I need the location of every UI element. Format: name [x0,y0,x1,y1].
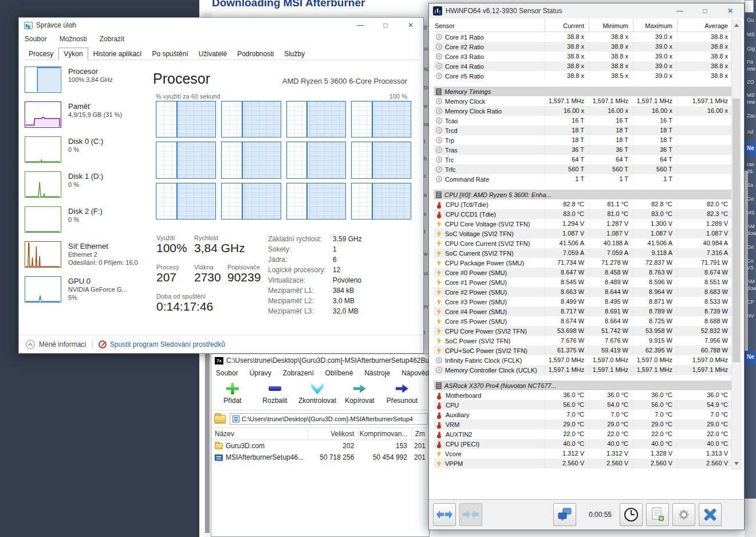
sensor-row[interactable]: SoC Power (SVI2 TFN) 7.676 W 7.676 W 9.9… [434,336,733,346]
task-manager-titlebar[interactable]: Správce úloh [19,18,423,33]
sensor-row[interactable]: VRM 29.0 °C 29.0 °C 29.0 °C 29.0 °C [434,420,733,429]
sensor-row[interactable]: Vcore 1.312 V 1.312 V 1.328 V 1.313 V [434,449,733,458]
toolbar-button[interactable]: Kopírovat [338,379,381,410]
folder-up-icon[interactable] [214,415,226,424]
sensor-row[interactable]: Tcas 16 T 16 T 16 T [434,116,733,126]
sensor-row[interactable]: SoC Current (SVI2 TFN) 7.059 A 7.059 A 9… [434,248,733,258]
sensor-row[interactable]: CPU Core Current (SVI2 TFN) 41.506 A 40.… [434,238,733,248]
close-button[interactable] [718,7,743,15]
menu-item[interactable]: Úpravy [250,369,271,377]
hwinfo-titlebar[interactable]: HWiNFO64 v6.12-3930 Sensor Status [429,3,744,18]
sensor-row[interactable]: CPU+SoC Power (SVI2 TFN) 61.375 W 59.419… [434,346,733,355]
sensor-row[interactable]: Memory Clock Ratio 16.00 x 16.00 x 16.00… [434,106,733,116]
address-input[interactable]: C:\Users\trune\Desktop\[Guru3D.com]-MSIA… [230,413,428,425]
sensor-row[interactable]: Infinity Fabric Clock (FCLK) 1,597.0 MHz… [434,355,733,365]
sensor-row[interactable] [434,375,733,381]
sidebar-item[interactable]: Disk 1 (D:) 0 % [25,171,149,199]
sensor-row[interactable]: Core #5 Ratio 38.8 x 38.5 x 39.0 x 38.8 … [434,71,733,81]
minimize-button[interactable] [348,21,373,29]
column-modified[interactable]: Zm [412,428,429,440]
sensor-row[interactable]: Core #2 Power (SMU) 8.663 W 8.644 W 8.96… [434,287,733,297]
scroll-down-icon[interactable] [734,462,739,465]
sidebar-item[interactable]: Procesor 100% 3,84 GHz [25,66,149,94]
sensor-row[interactable]: Tras 36 T 36 T 36 T [434,145,733,155]
sensor-row[interactable]: Core #4 Power (SMU) 8.717 W 8.691 W 8.78… [434,307,733,316]
exit-button[interactable] [699,503,722,526]
sensor-row[interactable]: AVCC 3.344 V 3.344 V 3.344 V 3.344 V [434,468,733,469]
tab[interactable]: Uživatelé [194,48,232,60]
sensor-row[interactable]: Core #4 Ratio 38.8 x 38.8 x 39.0 x 38.8 … [434,61,733,71]
tab[interactable]: Po spuštění [147,48,193,60]
sensor-row[interactable]: Core #2 Ratio 38.8 x 38.8 x 39.0 x 38.8 … [434,42,733,52]
sensor-row[interactable]: Memory Timings [434,87,733,96]
sensor-row[interactable]: CPU CCD1 (Tdie) 83.0 °C 81.0 °C 83.0 °C … [434,209,733,219]
sensor-row[interactable]: Command Rate 1 T 1 T 1 T [434,174,733,184]
sensor-row[interactable]: Core #5 Power (SMU) 8.674 W 8.664 W 8.72… [434,316,733,326]
sensor-row[interactable]: VPPM 2.560 V 2.560 V 2.560 V 2.560 V [434,458,733,468]
column-minimum[interactable]: Minimum [589,19,633,32]
menu-item[interactable]: Soubor [25,35,47,43]
sensor-row[interactable] [434,81,733,87]
tab[interactable]: Podrobnosti [232,48,279,60]
maximize-button[interactable] [373,21,398,29]
collapse-columns-button[interactable] [459,503,482,526]
close-button[interactable] [398,21,423,29]
file-list-header[interactable]: Název Velikost Komprimovan... Zm [211,428,429,440]
collapse-icon[interactable] [26,340,35,349]
sidebar-item[interactable]: Síť Ethernet Ethernet 2 Odesílání: 0 Pří… [25,241,149,269]
sensor-row[interactable]: CPU 56.0 °C 54.0 °C 56.0 °C 54.9 °C [434,400,733,410]
sensor-row[interactable]: Trcd 18 T 18 T 18 T [434,126,733,135]
column-name[interactable]: Název [211,428,308,440]
sidebar-item[interactable]: GPU 0 NVIDIA GeForce G... 5% [25,276,149,304]
sensor-row[interactable]: AUXTIN2 22.0 °C 22.0 °C 22.0 °C 22.0 °C [434,429,733,439]
scroll-up-icon[interactable] [734,23,739,27]
file-row[interactable]: Guru3D.com 202 153 201 [211,440,429,452]
menu-item[interactable]: Soubor [216,369,238,377]
sensor-row[interactable]: Core #3 Ratio 38.8 x 38.8 x 39.0 x 38.8 … [434,52,733,61]
column-size[interactable]: Velikost [308,428,358,440]
menu-item[interactable]: Nástroje [364,369,390,377]
toolbar-button[interactable]: Zkontrolovat [296,379,338,410]
sensor-row[interactable] [434,184,733,190]
remote-monitoring-button[interactable] [553,503,576,526]
less-info-toggle[interactable]: Méně informací [39,340,86,348]
tab[interactable]: Historie aplikací [88,48,147,60]
sensor-row[interactable]: Core #1 Power (SMU) 8.545 W 8.489 W 8.59… [434,277,733,287]
sensor-row[interactable]: Trfc 560 T 560 T 560 T [434,164,733,174]
expand-columns-button[interactable] [433,503,456,526]
sensor-row[interactable]: Auxiliary 7.0 °C 7.0 °C 7.0 °C 7.0 °C [434,410,733,420]
sensor-table-header[interactable]: Sensor Current Minimum Maximum Average [434,19,733,32]
sensor-row[interactable]: ASRock X370 Pro4 (Nuvoton NCT677... [434,381,733,390]
menu-item[interactable]: Zobrazení [283,369,314,377]
tab[interactable]: Služby [279,48,310,60]
sensor-row[interactable]: CPU [#0]: AMD Ryzen 5 3600: Enha... [434,190,733,199]
sensor-row[interactable]: Trc 64 T 64 T 64 T [434,155,733,164]
column-compressed[interactable]: Komprimovan... [359,428,412,440]
settings-button[interactable] [672,503,695,526]
sensor-row[interactable]: Core #0 Power (SMU) 8.647 W 8.458 W 8.76… [434,268,733,277]
sensor-row[interactable]: SoC Voltage (SVI2 TFN) 1.087 V 1.087 V 1… [434,229,733,238]
sensor-row[interactable]: CPU (Tctl/Tdie) 82.8 °C 81.1 °C 82.8 °C … [434,199,733,209]
toolbar-button[interactable]: Rozbalit [254,379,296,410]
column-current[interactable]: Current [545,19,589,32]
column-maximum[interactable]: Maximum [633,19,677,32]
seven-zip-titlebar[interactable]: 7z C:\Users\trune\Desktop\[Guru3D.com]-M… [211,354,429,367]
sensor-row[interactable]: Trp 18 T 18 T 18 T [434,135,733,145]
file-row[interactable]: MSIAfterburnerSetup46... 50 718 256 50 4… [211,452,429,463]
sensor-row[interactable]: Core #3 Power (SMU) 8.499 W 8.495 W 8.87… [434,297,733,307]
sidebar-item[interactable]: Disk 2 (F:) 0 % [25,206,149,234]
menu-item[interactable]: Oblíbené [325,369,353,377]
resource-monitor-link[interactable]: Spustit program Sledování prostředků [110,340,225,348]
sensor-row[interactable]: CPU Core Power (SVI2 TFN) 53.698 W 51.74… [434,326,733,336]
report-button[interactable] [646,503,669,526]
sensor-row[interactable]: CPU Core Voltage (SVI2 TFN) 1.294 V 1.28… [434,219,733,229]
column-sensor[interactable]: Sensor [434,19,545,32]
sensor-row[interactable]: Memory Controller Clock (UCLK) 1,597.1 M… [434,365,733,375]
sensor-row[interactable]: Core #1 Ratio 38.8 x 38.8 x 39.0 x 38.8 … [434,32,733,42]
sidebar-item[interactable]: Paměť 4,9/15,9 GB (31 %) [25,101,149,129]
toolbar-button[interactable]: Přidat [211,379,254,410]
clock-button[interactable] [620,503,643,526]
sensor-row[interactable]: Memory Clock 1,597.1 MHz 1,597.1 MHz 1,5… [434,96,733,106]
minimize-button[interactable] [667,7,692,15]
sidebar-item[interactable]: Disk 0 (C:) 0 % [25,136,149,164]
